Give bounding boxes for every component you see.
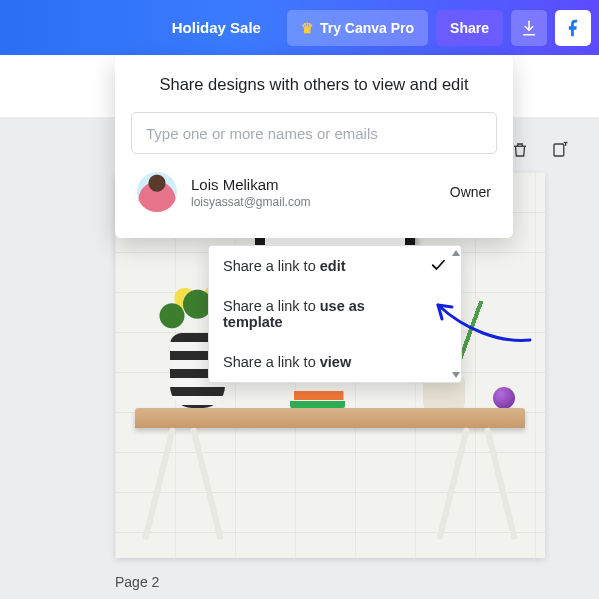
option-prefix: Share a link to — [223, 258, 320, 274]
share-popover: Share designs with others to view and ed… — [115, 55, 513, 238]
try-canva-pro-label: Try Canva Pro — [320, 20, 414, 36]
top-toolbar: Holiday Sale ♛ Try Canva Pro Share — [0, 0, 599, 55]
crown-icon: ♛ — [301, 20, 314, 36]
facebook-icon — [563, 18, 583, 38]
option-bold: view — [320, 354, 351, 370]
share-button[interactable]: Share — [436, 10, 503, 46]
desk-leg-left — [170, 428, 196, 543]
add-page-button[interactable] — [551, 141, 569, 164]
owner-email: loisyassat@gmail.com — [191, 195, 436, 209]
books-graphic — [290, 391, 345, 408]
option-prefix: Share a link to — [223, 298, 320, 314]
facebook-button[interactable] — [555, 10, 591, 46]
add-page-icon — [551, 141, 569, 159]
owner-role-label: Owner — [450, 184, 491, 200]
option-prefix: Share a link to — [223, 354, 320, 370]
option-bold: edit — [320, 258, 346, 274]
share-link-option-edit[interactable]: Share a link to edit — [209, 246, 461, 286]
desk-leg-right — [464, 428, 490, 543]
check-icon — [429, 256, 447, 277]
purple-sphere — [493, 387, 515, 409]
avatar — [137, 172, 177, 212]
share-link-type-dropdown: Share a link to edit Share a link to use… — [208, 245, 462, 383]
download-button[interactable] — [511, 10, 547, 46]
share-button-label: Share — [450, 20, 489, 36]
svg-rect-0 — [554, 144, 564, 156]
share-recipients-input[interactable] — [131, 112, 497, 154]
holiday-sale-label: Holiday Sale — [172, 19, 261, 36]
share-link-option-view[interactable]: Share a link to view — [209, 342, 461, 382]
trash-icon — [511, 141, 529, 159]
try-canva-pro-button[interactable]: ♛ Try Canva Pro — [287, 10, 428, 46]
delete-page-button[interactable] — [511, 141, 529, 164]
page-tools — [511, 141, 569, 164]
page-number-label: Page 2 — [115, 574, 159, 590]
share-owner-row: Lois Melikam loisyassat@gmail.com Owner — [131, 172, 497, 212]
share-popover-title: Share designs with others to view and ed… — [131, 75, 497, 94]
owner-name: Lois Melikam — [191, 176, 436, 193]
desk-top — [135, 408, 525, 428]
share-link-option-template[interactable]: Share a link to use as template — [209, 286, 461, 342]
download-icon — [520, 19, 538, 37]
